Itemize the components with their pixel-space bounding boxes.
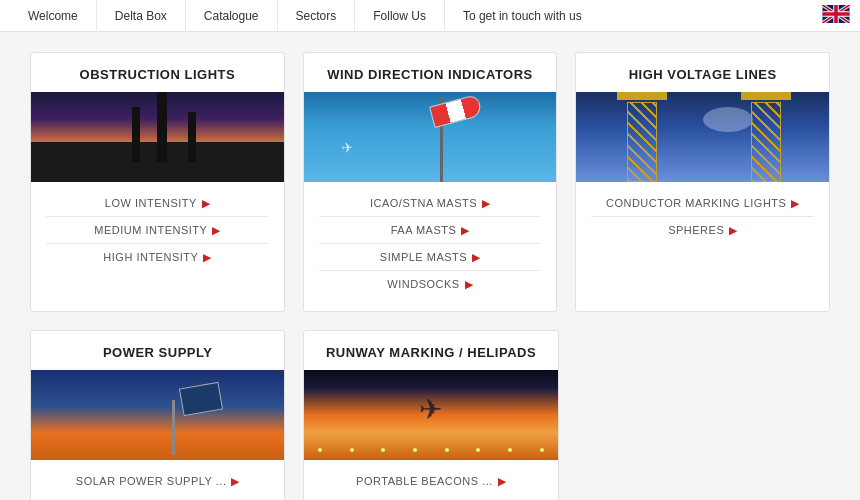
navigation: Welcome Delta Box Catalogue Sectors Foll… xyxy=(0,0,860,32)
runway-marking-card: RUNWAY MARKING / HELIPADS ✈ xyxy=(303,330,558,500)
simple-masts-link[interactable]: SIMPLE MASTS ▶ xyxy=(319,244,542,271)
runway-bg: ✈ xyxy=(304,370,557,460)
runway-dot-5 xyxy=(445,448,449,452)
main-content: OBSTRUCTION LIGHTS LOW INTENSITY ▶ MEDIU… xyxy=(0,32,860,500)
chimney-1 xyxy=(132,107,140,162)
nav-follow-us[interactable]: Follow Us xyxy=(355,0,445,32)
power-supply-title: POWER SUPPLY xyxy=(31,331,284,370)
tower-right xyxy=(751,92,791,182)
wind-links: ICAO/STNA MASTS ▶ FAA MASTS ▶ SIMPLE MAS… xyxy=(304,182,557,311)
low-intensity-link[interactable]: LOW INTENSITY ▶ xyxy=(46,190,269,217)
empty-slot xyxy=(577,330,830,500)
arrow-icon-windsocks: ▶ xyxy=(465,279,473,290)
airplane-runway-icon: ✈ xyxy=(419,393,442,426)
solar-pole xyxy=(172,400,175,455)
arrow-icon-high: ▶ xyxy=(203,252,211,263)
arrow-icon-beacons: ▶ xyxy=(498,476,506,487)
runway-dot-7 xyxy=(508,448,512,452)
nav-sectors[interactable]: Sectors xyxy=(278,0,356,32)
windsocks-link[interactable]: WINDSOCKS ▶ xyxy=(319,271,542,297)
chimney-2 xyxy=(157,92,167,162)
icao-masts-link[interactable]: ICAO/STNA MASTS ▶ xyxy=(319,190,542,217)
arrow-icon-icao: ▶ xyxy=(482,198,490,209)
arrow-icon-spheres: ▶ xyxy=(729,225,737,236)
high-intensity-link[interactable]: HIGH INTENSITY ▶ xyxy=(46,244,269,270)
portable-beacons-link[interactable]: PORTABLE BEACONS ... ▶ xyxy=(319,468,542,494)
solar-power-link[interactable]: SOLAR POWER SUPPLY ... ▶ xyxy=(46,468,269,494)
high-voltage-image xyxy=(576,92,829,182)
chimney-3 xyxy=(188,112,196,162)
power-supply-card: POWER SUPPLY SOLAR POWER SUPPLY ... ▶ xyxy=(30,330,285,500)
power-bg xyxy=(31,370,284,460)
tower-top-right xyxy=(741,92,791,100)
nav-contact[interactable]: To get in touch with us xyxy=(445,0,600,32)
runway-marking-title: RUNWAY MARKING / HELIPADS xyxy=(304,331,557,370)
highvoltage-links: CONDUCTOR MARKING LIGHTS ▶ SPHERES ▶ xyxy=(576,182,829,257)
tower-top-left xyxy=(617,92,667,100)
runway-dot-6 xyxy=(476,448,480,452)
faa-masts-link[interactable]: FAA MASTS ▶ xyxy=(319,217,542,244)
highvoltage-bg xyxy=(576,92,829,182)
wind-direction-image: ✈ xyxy=(304,92,557,182)
arrow-icon-low: ▶ xyxy=(202,198,210,209)
nav-welcome[interactable]: Welcome xyxy=(10,0,97,32)
runway-dot-2 xyxy=(350,448,354,452)
obstruction-lights-image xyxy=(31,92,284,182)
wind-direction-title: WIND DIRECTION INDICATORS xyxy=(304,53,557,92)
medium-intensity-link[interactable]: MEDIUM INTENSITY ▶ xyxy=(46,217,269,244)
obstruction-lights-card: OBSTRUCTION LIGHTS LOW INTENSITY ▶ MEDIU… xyxy=(30,52,285,312)
airplane-wind-icon: ✈ xyxy=(341,139,354,156)
tower-body-left xyxy=(627,102,657,182)
conductor-marking-link[interactable]: CONDUCTOR MARKING LIGHTS ▶ xyxy=(591,190,814,217)
runway-dot-8 xyxy=(540,448,544,452)
wind-bg: ✈ xyxy=(304,92,557,182)
bottom-card-row: POWER SUPPLY SOLAR POWER SUPPLY ... ▶ RU… xyxy=(30,330,830,500)
high-voltage-card: HIGH VOLTAGE LINES CONDUCTOR MARKIN xyxy=(575,52,830,312)
uk-flag-icon xyxy=(822,5,850,23)
runway-lights xyxy=(304,448,557,452)
top-card-row: OBSTRUCTION LIGHTS LOW INTENSITY ▶ MEDIU… xyxy=(30,52,830,312)
nav-catalogue[interactable]: Catalogue xyxy=(186,0,278,32)
arrow-icon-medium: ▶ xyxy=(212,225,220,236)
power-supply-image xyxy=(31,370,284,460)
tower-body-right xyxy=(751,102,781,182)
obstruction-bg xyxy=(31,92,284,182)
arrow-icon-solar: ▶ xyxy=(231,476,239,487)
windsock-body xyxy=(429,94,483,128)
tower-left xyxy=(627,92,667,182)
arrow-icon-conductor: ▶ xyxy=(791,198,799,209)
nav-delta-box[interactable]: Delta Box xyxy=(97,0,186,32)
spheres-link[interactable]: SPHERES ▶ xyxy=(591,217,814,243)
wind-direction-card: WIND DIRECTION INDICATORS ✈ ICAO/STNA MA… xyxy=(303,52,558,312)
obstruction-lights-title: OBSTRUCTION LIGHTS xyxy=(31,53,284,92)
runway-dot-4 xyxy=(413,448,417,452)
high-voltage-title: HIGH VOLTAGE LINES xyxy=(576,53,829,92)
runway-dot-3 xyxy=(381,448,385,452)
arrow-icon-faa: ▶ xyxy=(461,225,469,236)
nav-items: Welcome Delta Box Catalogue Sectors Foll… xyxy=(10,0,822,32)
runway-dot-1 xyxy=(318,448,322,452)
obstruction-links: LOW INTENSITY ▶ MEDIUM INTENSITY ▶ HIGH … xyxy=(31,182,284,284)
cloud-icon xyxy=(703,107,753,132)
language-flag[interactable] xyxy=(822,5,850,26)
runway-image: ✈ xyxy=(304,370,557,460)
runway-links: PORTABLE BEACONS ... ▶ xyxy=(304,460,557,500)
arrow-icon-simple: ▶ xyxy=(472,252,480,263)
solar-panel-icon xyxy=(179,382,223,417)
power-links: SOLAR POWER SUPPLY ... ▶ xyxy=(31,460,284,500)
